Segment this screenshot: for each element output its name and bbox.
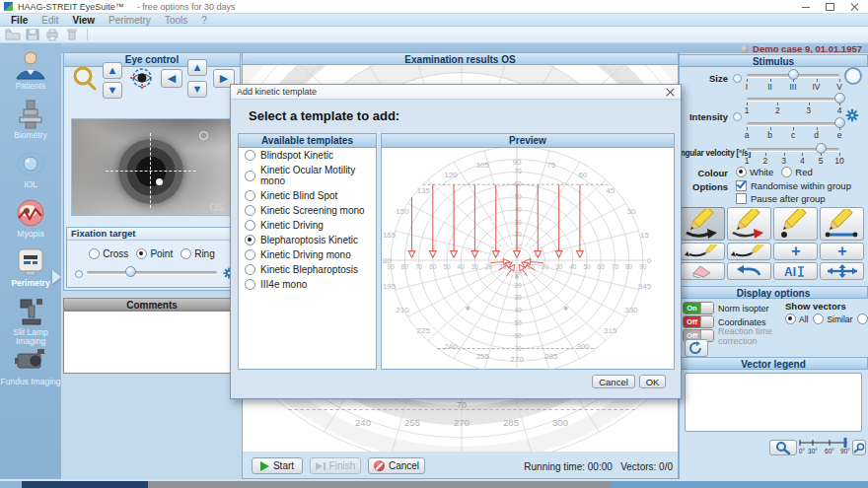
static-point-tool[interactable] bbox=[773, 207, 818, 241]
menu-tools[interactable]: Tools bbox=[158, 15, 194, 26]
slider-track[interactable] bbox=[87, 271, 217, 274]
kinetic-vector-tool-icon bbox=[684, 209, 723, 239]
legend-zoom-out-button[interactable] bbox=[769, 440, 797, 455]
randomise-label: Randomise within group bbox=[751, 180, 851, 191]
legend-zoom-in-button[interactable] bbox=[852, 440, 866, 455]
sidebar-item-iol[interactable]: IOL bbox=[0, 148, 61, 189]
fixation-size-slider[interactable] bbox=[87, 266, 217, 288]
int1Slider-thumb[interactable] bbox=[834, 93, 845, 104]
angSlider-thumb[interactable] bbox=[816, 143, 827, 154]
template-option-9[interactable]: III4e mono bbox=[239, 277, 376, 292]
text-label-tool[interactable]: AI bbox=[773, 262, 818, 280]
comments-textarea[interactable] bbox=[63, 311, 241, 374]
intensity-number-slider[interactable]: 1234 bbox=[747, 93, 839, 114]
menu-view[interactable]: View bbox=[65, 15, 102, 26]
show-vectors-option-all[interactable]: All bbox=[785, 314, 808, 324]
undo-tool[interactable] bbox=[727, 262, 771, 280]
maximize-button[interactable] bbox=[826, 3, 834, 11]
template-option-3[interactable]: Kinetic Blind Spot bbox=[239, 188, 376, 203]
eye-move-down2-button[interactable]: ▼ bbox=[187, 81, 207, 98]
slider-track[interactable] bbox=[747, 98, 839, 101]
randomise-checkbox-row[interactable]: Randomise within group bbox=[736, 180, 851, 191]
sizeSlider-thumb[interactable] bbox=[788, 69, 799, 80]
show-vectors-option-active[interactable]: Active bbox=[857, 314, 868, 324]
fixSlider-thumb[interactable] bbox=[125, 266, 136, 277]
close-button[interactable] bbox=[850, 3, 858, 11]
toggle-label: Reaction time correction bbox=[718, 326, 785, 346]
toggle-switch[interactable]: Off bbox=[683, 315, 714, 328]
eye-move-left-button[interactable]: ◀ bbox=[161, 69, 182, 88]
eye-move-up2-button[interactable]: ▲ bbox=[187, 59, 207, 76]
finish-button[interactable]: Finish bbox=[310, 457, 361, 474]
dialog-cancel-button[interactable]: Cancel bbox=[592, 375, 635, 388]
colour-option-red[interactable]: Red bbox=[781, 167, 812, 177]
toggle-switch[interactable]: On bbox=[683, 302, 714, 314]
biometry-icon bbox=[12, 99, 49, 130]
template-option-8[interactable]: Kinetic Blepharoptosis bbox=[239, 262, 376, 277]
sidebar-item-fundus-imaging[interactable]: Fundus Imaging bbox=[0, 345, 61, 386]
save-icon[interactable] bbox=[25, 28, 40, 41]
segment-vector-tool[interactable] bbox=[820, 207, 864, 241]
small-vector-tool[interactable] bbox=[681, 243, 725, 260]
print-icon[interactable] bbox=[44, 28, 60, 41]
kinetic-vector-tool[interactable] bbox=[681, 207, 725, 241]
template-option-1[interactable]: Blindspot Kinetic bbox=[239, 148, 376, 163]
svg-text:150: 150 bbox=[396, 207, 409, 216]
sidebar-expand-arrow[interactable] bbox=[52, 270, 61, 284]
menu-file[interactable]: File bbox=[4, 15, 35, 26]
template-option-6[interactable]: Blepharoptosis Kinetic bbox=[239, 233, 376, 247]
intensity-settings-gear-icon[interactable] bbox=[845, 108, 859, 122]
toggle-state-text: On bbox=[684, 303, 700, 314]
show-vectors-option-similar[interactable]: Similar bbox=[813, 314, 852, 324]
randomise-checkbox[interactable] bbox=[736, 180, 747, 191]
small-curve-tool[interactable] bbox=[727, 243, 771, 260]
preview-chart-area: 1010202030304040505060607070808090901010… bbox=[382, 148, 674, 372]
sidebar-item-biometry[interactable]: Biometry bbox=[0, 99, 61, 140]
slider-track[interactable] bbox=[747, 122, 839, 125]
sidebar-item-myopia[interactable]: Myopia bbox=[0, 197, 61, 239]
template-option-4[interactable]: Kinetic Screening mono bbox=[239, 203, 376, 218]
template-option-5[interactable]: Kinetic Driving bbox=[239, 218, 376, 233]
pause-checkbox-row[interactable]: Pause after group bbox=[736, 193, 826, 204]
eye-move-down-button[interactable]: ▼ bbox=[103, 82, 122, 99]
legend-scale[interactable]: 10°30°60°90° bbox=[799, 437, 850, 456]
eye-center-icon[interactable] bbox=[129, 65, 155, 91]
int2Slider-thumb[interactable] bbox=[834, 117, 845, 128]
start-button[interactable]: Start bbox=[252, 457, 303, 474]
eraser-tool[interactable] bbox=[681, 262, 725, 280]
menu-?[interactable]: ? bbox=[194, 15, 214, 26]
sidebar-item-patients[interactable]: Patients bbox=[0, 49, 61, 91]
toggle-norm-isopter[interactable]: OnNorm isopter bbox=[683, 302, 785, 314]
cancel-exam-button[interactable]: Cancel bbox=[368, 457, 425, 474]
minimize-button[interactable] bbox=[802, 7, 810, 8]
stimulus-size-preview-circle bbox=[844, 67, 862, 85]
text-label-tool-icon: AI bbox=[776, 264, 816, 278]
colour-option-white[interactable]: White bbox=[736, 167, 773, 177]
sidebar-item-slit-lamp-imaging[interactable]: Slit Lamp Imaging bbox=[0, 296, 61, 346]
kinetic-vector-red-tool[interactable] bbox=[727, 207, 771, 241]
radio-label: Red bbox=[795, 167, 812, 177]
open-icon[interactable] bbox=[5, 28, 21, 41]
colour-label: Colour bbox=[679, 168, 728, 178]
intensity-letter-slider[interactable]: abcde bbox=[747, 117, 839, 139]
delete-icon[interactable] bbox=[64, 28, 80, 41]
magnifier-icon[interactable] bbox=[71, 65, 99, 93]
eye-move-up-button[interactable]: ▲ bbox=[103, 62, 122, 79]
menu-edit[interactable]: Edit bbox=[35, 15, 65, 26]
template-option-7[interactable]: Kinetic Driving mono bbox=[239, 247, 376, 262]
dialog-close-icon[interactable] bbox=[666, 88, 675, 97]
pause-checkbox[interactable] bbox=[736, 193, 747, 204]
move-tool[interactable] bbox=[820, 262, 864, 280]
size-slider[interactable]: IIIIIIIVV bbox=[747, 69, 839, 91]
menu-perimetry[interactable]: Perimetry bbox=[102, 15, 158, 26]
fixation-option-ring[interactable]: Ring bbox=[181, 248, 215, 259]
dialog-ok-button[interactable]: OK bbox=[639, 375, 666, 388]
fixation-option-cross[interactable]: Cross bbox=[89, 248, 128, 259]
fixation-option-point[interactable]: Point bbox=[136, 248, 173, 259]
add-point-tool[interactable]: + bbox=[820, 243, 864, 260]
reset-display-button[interactable] bbox=[685, 339, 708, 357]
display-toggles: OnNorm isopterOffCoordinatesOffReaction … bbox=[683, 302, 785, 343]
template-option-2[interactable]: Kinetic Ocular Motility mono bbox=[239, 163, 376, 188]
angular-velocity-slider[interactable]: 1234510 bbox=[747, 143, 839, 165]
add-isopter-tool[interactable]: + bbox=[773, 243, 818, 260]
